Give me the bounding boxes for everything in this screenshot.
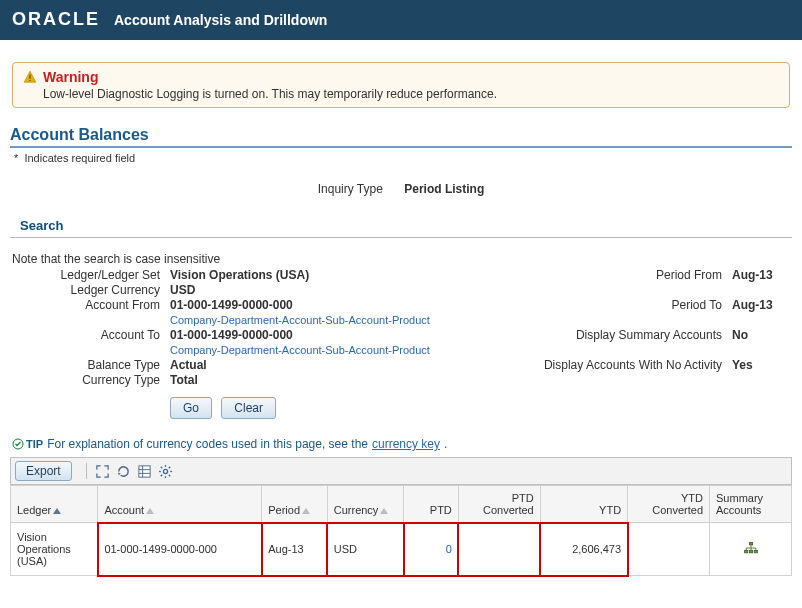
svg-line-14 — [161, 474, 162, 475]
col-ledger[interactable]: Ledger — [11, 486, 98, 523]
currency-type-label: Currency Type — [10, 373, 160, 387]
inquiry-row: Inquiry Type Period Listing — [10, 182, 792, 196]
sort-icon — [146, 508, 154, 514]
page-title: Account Analysis and Drilldown — [114, 12, 327, 28]
search-left-grid: Ledger/Ledger Set Vision Operations (USA… — [10, 268, 470, 387]
col-ptd-conv[interactable]: PTD Converted — [458, 486, 540, 523]
oracle-logo: ORACLE — [12, 9, 100, 30]
required-note-text: Indicates required field — [24, 152, 135, 164]
col-ytd[interactable]: YTD — [540, 486, 627, 523]
ledger-currency-label: Ledger Currency — [10, 283, 160, 297]
warning-message: Low-level Diagnostic Logging is turned o… — [43, 87, 779, 101]
sort-icon — [380, 508, 388, 514]
content-area: Warning Low-level Diagnostic Logging is … — [0, 40, 802, 586]
cell-ytd: 2,606,473 — [540, 523, 627, 576]
results-table: Ledger Account Period Currency PTD PTD C… — [10, 485, 792, 576]
balance-type-label: Balance Type — [10, 358, 160, 372]
tip-row: TIP For explanation of currency codes us… — [12, 437, 792, 451]
display-summary-value: No — [732, 328, 792, 342]
col-ytd-conv[interactable]: YTD Converted — [628, 486, 710, 523]
currency-key-link[interactable]: currency key — [372, 437, 440, 451]
clear-button[interactable]: Clear — [221, 397, 276, 419]
col-currency[interactable]: Currency — [327, 486, 403, 523]
go-button[interactable]: Go — [170, 397, 212, 419]
table-row: Vision Operations (USA) 01-000-1499-0000… — [11, 523, 792, 576]
svg-line-13 — [168, 474, 169, 475]
search-case-note: Note that the search is case insensitive — [12, 252, 792, 266]
warning-icon — [23, 70, 37, 84]
search-button-row: Go Clear — [170, 397, 792, 419]
cell-currency: USD — [327, 523, 403, 576]
check-icon — [12, 438, 24, 450]
ledger-currency-value: USD — [170, 283, 470, 297]
sort-asc-icon — [53, 508, 61, 514]
warning-title-row: Warning — [23, 69, 779, 85]
tip-badge-text: TIP — [26, 438, 43, 450]
cell-summary[interactable] — [710, 523, 792, 576]
account-to-hint[interactable]: Company-Department-Account-Sub-Account-P… — [170, 344, 430, 356]
svg-rect-17 — [744, 550, 747, 552]
refresh-icon[interactable] — [116, 464, 131, 479]
display-noactivity-label: Display Accounts With No Activity — [502, 358, 722, 372]
cell-period: Aug-13 — [262, 523, 328, 576]
svg-rect-18 — [749, 550, 752, 552]
col-account[interactable]: Account — [98, 486, 262, 523]
inquiry-type-label: Inquiry Type — [318, 182, 383, 196]
svg-rect-3 — [139, 465, 150, 476]
inquiry-type-value: Period Listing — [404, 182, 484, 196]
account-from-hint[interactable]: Company-Department-Account-Sub-Account-P… — [170, 314, 430, 326]
tip-text: For explanation of currency codes used i… — [47, 437, 368, 451]
required-note: * Indicates required field — [14, 152, 792, 164]
account-to-value: 01-000-1499-0000-000 — [170, 328, 470, 342]
svg-rect-0 — [29, 75, 30, 79]
cell-ledger: Vision Operations (USA) — [11, 523, 98, 576]
table-header-row: Ledger Account Period Currency PTD PTD C… — [11, 486, 792, 523]
col-summary[interactable]: Summary Accounts — [710, 486, 792, 523]
cell-ptd-conv — [458, 523, 540, 576]
gear-icon[interactable] — [158, 464, 173, 479]
svg-line-12 — [161, 466, 162, 467]
svg-line-15 — [168, 466, 169, 467]
sort-icon — [302, 508, 310, 514]
warning-box: Warning Low-level Diagnostic Logging is … — [12, 62, 790, 108]
cell-ytd-conv — [628, 523, 710, 576]
display-summary-label: Display Summary Accounts — [502, 328, 722, 342]
search-section-header: Search — [10, 214, 792, 238]
search-right-grid: Period From Aug-13 Period To Aug-13 Disp… — [502, 268, 792, 387]
period-to-value: Aug-13 — [732, 298, 792, 312]
svg-rect-16 — [749, 542, 752, 544]
svg-point-7 — [163, 469, 167, 473]
section-title: Account Balances — [10, 126, 792, 148]
app-header: ORACLE Account Analysis and Drilldown — [0, 0, 802, 40]
col-period[interactable]: Period — [262, 486, 328, 523]
cell-account: 01-000-1499-0000-000 — [98, 523, 262, 576]
svg-rect-1 — [29, 80, 30, 81]
warning-title: Warning — [43, 69, 98, 85]
export-button[interactable]: Export — [15, 461, 72, 481]
account-from-value: 01-000-1499-0000-000 — [170, 298, 470, 312]
sheet-icon[interactable] — [137, 464, 152, 479]
period-from-label: Period From — [502, 268, 722, 282]
search-body: Ledger/Ledger Set Vision Operations (USA… — [10, 268, 792, 387]
account-to-label: Account To — [10, 328, 160, 342]
table-toolbar: Export — [10, 457, 792, 485]
ledger-set-label: Ledger/Ledger Set — [10, 268, 160, 282]
svg-rect-19 — [754, 550, 757, 552]
toolbar-separator — [86, 463, 87, 479]
period-from-value: Aug-13 — [732, 268, 792, 282]
balance-type-value: Actual — [170, 358, 470, 372]
account-from-label: Account From — [10, 298, 160, 312]
tip-badge: TIP — [12, 438, 43, 450]
period-to-label: Period To — [502, 298, 722, 312]
ledger-set-value: Vision Operations (USA) — [170, 268, 470, 282]
col-ptd[interactable]: PTD — [404, 486, 459, 523]
currency-type-value: Total — [170, 373, 470, 387]
display-noactivity-value: Yes — [732, 358, 792, 372]
hierarchy-icon[interactable] — [743, 545, 759, 557]
expand-icon[interactable] — [95, 464, 110, 479]
cell-ptd[interactable]: 0 — [404, 523, 459, 576]
